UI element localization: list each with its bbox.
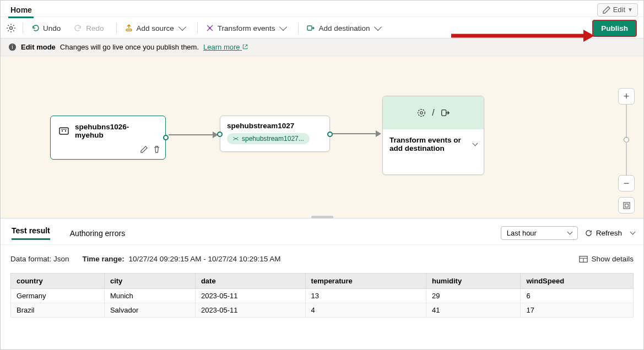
table-cell: 13 — [305, 289, 426, 303]
column-header[interactable]: humidity — [426, 274, 521, 289]
chevron-down-icon — [374, 23, 382, 31]
tab-authoring-errors[interactable]: Authoring errors — [68, 225, 127, 242]
svg-point-0 — [10, 27, 13, 30]
svg-point-2 — [209, 27, 211, 29]
publish-button[interactable]: Publish — [592, 20, 637, 37]
learn-more-link[interactable]: Learn more — [203, 43, 248, 51]
source-node[interactable]: spehubns1026-myehub — [50, 116, 166, 160]
action-node[interactable]: / Transform events or add destination — [382, 96, 484, 175]
refresh-icon — [585, 229, 593, 237]
svg-point-10 — [65, 130, 66, 132]
svg-rect-3 — [307, 26, 312, 30]
fit-button[interactable] — [618, 197, 635, 214]
zoom-in-button[interactable]: + — [618, 88, 635, 105]
bottom-panel: Test result Authoring errors Last hour R… — [1, 218, 643, 318]
transform-label: Transform events — [218, 24, 275, 32]
redo-icon — [74, 24, 83, 32]
separator — [197, 23, 198, 34]
show-details-button[interactable]: Show details — [579, 255, 634, 263]
external-link-icon — [242, 43, 248, 50]
tab-home[interactable]: Home — [8, 4, 34, 15]
canvas[interactable]: spehubns1026-myehub spehubstream1027 spe… — [1, 56, 643, 218]
refresh-label: Refresh — [596, 229, 622, 237]
table-cell: 6 — [521, 289, 634, 303]
output-port[interactable] — [327, 132, 333, 137]
toolbar: Undo Redo Add source Transform events Ad… — [1, 18, 643, 39]
edit-node-button[interactable] — [140, 145, 148, 156]
time-range-text: 10/27/24 09:29:15 AM - 10/27/24 10:29:15… — [128, 255, 280, 263]
separator — [298, 23, 299, 34]
edit-label: Edit — [613, 6, 625, 14]
add-source-icon — [125, 24, 133, 32]
transform-button[interactable]: Transform events — [201, 21, 291, 35]
table-cell: Germany — [11, 289, 105, 303]
column-header[interactable]: temperature — [305, 274, 426, 289]
add-source-button[interactable]: Add source — [120, 21, 190, 35]
svg-rect-8 — [59, 128, 68, 134]
source-node-label: spehubns1026-myehub — [75, 123, 158, 139]
gear-icon — [6, 23, 16, 33]
trash-icon — [153, 145, 161, 154]
separator — [23, 23, 23, 34]
table-cell: Munich — [104, 289, 195, 303]
svg-rect-13 — [441, 110, 446, 116]
svg-text:i: i — [12, 44, 13, 50]
stream-icon — [232, 135, 239, 142]
action-node-header: / — [383, 96, 484, 129]
svg-point-9 — [62, 130, 63, 132]
table-cell: 2023-05-11 — [195, 289, 305, 303]
chevron-down-icon — [279, 23, 287, 31]
info-icon: i — [8, 43, 17, 51]
pencil-icon — [602, 6, 611, 14]
svg-point-12 — [420, 112, 423, 114]
table-cell: 17 — [521, 303, 634, 318]
add-destination-button[interactable]: Add destination — [302, 21, 385, 35]
zoom-out-button[interactable]: − — [618, 175, 635, 192]
svg-rect-15 — [625, 204, 628, 207]
settings-button[interactable] — [6, 23, 16, 33]
show-details-label: Show details — [591, 255, 634, 263]
time-range-dropdown[interactable]: Last hour — [501, 226, 578, 240]
stream-tag-label: spehubstream1027... — [242, 135, 304, 143]
column-header[interactable]: city — [104, 274, 195, 289]
eventhub-icon — [58, 125, 69, 136]
output-port[interactable] — [163, 135, 169, 140]
column-header[interactable]: country — [11, 274, 105, 289]
tab-test-result[interactable]: Test result — [9, 222, 52, 244]
caret-down-icon: ▼ — [627, 7, 633, 13]
chevron-down-icon[interactable] — [630, 229, 636, 235]
add-source-label: Add source — [137, 24, 174, 32]
undo-button[interactable]: Undo — [26, 21, 65, 35]
zoom-controls: + − — [618, 88, 635, 214]
edit-button[interactable]: Edit ▼ — [597, 3, 638, 17]
column-header[interactable]: windSpeed — [521, 274, 634, 289]
table-header-row: countrycitydatetemperaturehumiditywindSp… — [11, 274, 634, 289]
stream-node[interactable]: spehubstream1027 spehubstream1027... — [220, 116, 330, 152]
chevron-down-icon[interactable] — [473, 140, 478, 146]
time-range-label: Time range: — [83, 255, 125, 263]
results-table: countrycitydatetemperaturehumiditywindSp… — [10, 273, 634, 318]
data-format-label: Data format: — [10, 255, 51, 263]
svg-point-11 — [418, 110, 425, 117]
chevron-down-icon — [178, 23, 186, 31]
redo-button[interactable]: Redo — [69, 21, 108, 35]
column-header[interactable]: date — [195, 274, 305, 289]
transform-icon — [205, 24, 214, 32]
table-cell: 29 — [426, 289, 521, 303]
refresh-button[interactable]: Refresh — [585, 229, 622, 237]
separator — [116, 23, 117, 34]
svg-rect-14 — [623, 202, 629, 208]
export-icon — [440, 108, 450, 118]
table-row[interactable]: BrazilSalvador2023-05-1144117 — [11, 303, 634, 318]
stream-tag: spehubstream1027... — [227, 133, 310, 144]
table-row[interactable]: GermanyMunich2023-05-1113296 — [11, 289, 634, 303]
delete-node-button[interactable] — [153, 145, 161, 156]
zoom-track — [626, 142, 627, 175]
table-cell: Salvador — [104, 303, 195, 318]
table-cell: Brazil — [11, 303, 105, 318]
details-icon — [579, 255, 588, 263]
input-port[interactable] — [217, 132, 223, 137]
info-bar: i Edit mode Changes will go live once yo… — [1, 39, 643, 56]
fit-icon — [623, 201, 631, 210]
zoom-track — [626, 105, 627, 138]
